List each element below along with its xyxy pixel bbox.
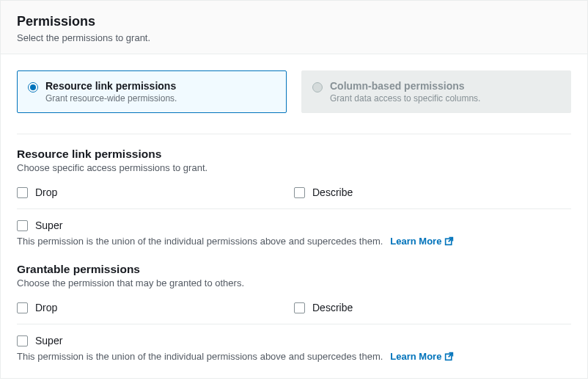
- resource-link-permissions-section: Resource link permissions Choose specifi…: [17, 148, 571, 247]
- external-link-icon: [444, 352, 454, 361]
- super-permission-block: Super This permission is the union of th…: [17, 215, 571, 247]
- super-note-text: This permission is the union of the indi…: [17, 351, 383, 362]
- checkbox-drop[interactable]: Drop: [17, 182, 294, 203]
- super-note-row: This permission is the union of the indi…: [17, 236, 571, 247]
- checkbox-label: Describe: [312, 186, 353, 198]
- tile-column-based-permissions: Column-based permissions Grant data acce…: [301, 70, 571, 113]
- learn-more-label: Learn More: [390, 351, 441, 362]
- permissions-panel: Permissions Select the permissions to gr…: [0, 0, 588, 379]
- section-title: Resource link permissions: [17, 148, 571, 161]
- radio-disabled-icon: [312, 82, 323, 92]
- tile-title: Column-based permissions: [330, 80, 480, 92]
- external-link-icon: [444, 236, 454, 246]
- panel-body: Resource link permissions Grant resource…: [1, 54, 587, 378]
- checkbox-label: Super: [35, 219, 62, 231]
- checkbox-label: Drop: [35, 186, 57, 198]
- checkbox-icon: [17, 302, 28, 313]
- panel-header: Permissions Select the permissions to gr…: [1, 1, 587, 54]
- learn-more-label: Learn More: [390, 236, 441, 247]
- permission-row: Drop Describe: [17, 182, 571, 203]
- checkbox-label: Super: [35, 335, 62, 346]
- checkbox-describe[interactable]: Describe: [294, 182, 571, 203]
- checkbox-describe[interactable]: Describe: [294, 297, 571, 318]
- super-permission-block: Super This permission is the union of th…: [17, 330, 571, 362]
- checkbox-icon: [17, 187, 28, 198]
- checkbox-label: Drop: [35, 302, 57, 313]
- section-title: Grantable permissions: [17, 263, 571, 276]
- tile-subtitle: Grant data access to specific columns.: [330, 93, 480, 104]
- grantable-permissions-section: Grantable permissions Choose the permiss…: [17, 263, 571, 362]
- divider: [17, 208, 571, 209]
- super-note-row: This permission is the union of the indi…: [17, 351, 571, 362]
- panel-title: Permissions: [17, 14, 571, 29]
- tile-resource-link-permissions[interactable]: Resource link permissions Grant resource…: [17, 70, 287, 113]
- section-subtitle: Choose the permission that may be grante…: [17, 277, 571, 288]
- checkbox-super[interactable]: Super: [17, 215, 571, 236]
- checkbox-drop[interactable]: Drop: [17, 297, 294, 318]
- permission-row: Drop Describe: [17, 297, 571, 318]
- checkbox-icon: [294, 302, 305, 313]
- section-subtitle: Choose specific access permissions to gr…: [17, 162, 571, 173]
- checkbox-icon: [294, 187, 305, 198]
- super-note-text: This permission is the union of the indi…: [17, 236, 383, 247]
- checkbox-icon: [17, 335, 28, 346]
- tile-title: Resource link permissions: [45, 80, 177, 92]
- divider: [17, 324, 571, 324]
- tile-subtitle: Grant resource-wide permissions.: [45, 93, 177, 104]
- learn-more-link[interactable]: Learn More: [390, 351, 454, 362]
- panel-subtitle: Select the permissions to grant.: [17, 32, 571, 43]
- checkbox-icon: [17, 220, 28, 231]
- checkbox-super[interactable]: Super: [17, 330, 571, 351]
- permission-type-tiles: Resource link permissions Grant resource…: [17, 70, 571, 113]
- divider: [17, 134, 571, 134]
- checkbox-label: Describe: [312, 302, 353, 313]
- radio-selected-icon: [28, 82, 38, 92]
- learn-more-link[interactable]: Learn More: [390, 236, 454, 247]
